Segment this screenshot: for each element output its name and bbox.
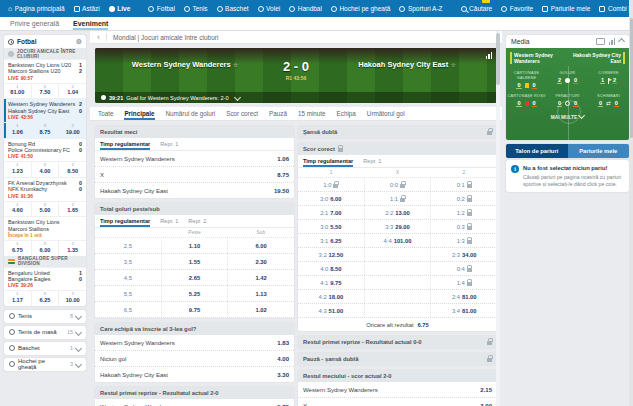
odds-button-2[interactable]: 21.35 [59, 241, 86, 256]
sidebar-sport-tenis-de-mas[interactable]: Tenis de masă15 [4, 326, 86, 339]
odds-button-x[interactable]: X8.75 [32, 123, 60, 138]
over-odds-button[interactable]: 5.25 [162, 286, 229, 301]
tab-eveniment[interactable]: Eveniment [73, 17, 108, 30]
selection-row[interactable]: Western Sydney Wanderers1.06 [95, 151, 294, 167]
tab-urm-torul-gol[interactable]: Următorul gol [367, 107, 405, 120]
nav-item-sporturi-a-z[interactable]: Sporturi A-Z [399, 5, 442, 12]
back-icon[interactable]: ‹ [97, 33, 100, 42]
selection-row[interactable]: Hakoah Sydney City East3.30 [95, 367, 294, 382]
selection-row[interactable]: X8.75 [95, 167, 294, 183]
under-odds-button[interactable]: 2.30 [228, 254, 294, 269]
selection-row[interactable]: Hakoah Sydney City East19.50 [95, 183, 294, 198]
tab-pauz[interactable]: Pauză [269, 107, 287, 120]
selection-row[interactable]: X3.00 [298, 398, 497, 406]
tab-toate[interactable]: Toate [98, 107, 113, 120]
sidebar-match-bengaluru-united[interactable]: Bengaluru United1Bangalore Eagles0LIVE39… [4, 267, 86, 306]
odds-button-2[interactable]: 21.65 [59, 202, 86, 217]
stats-icon[interactable] [486, 52, 493, 59]
nav-item-live[interactable]: Live [109, 5, 131, 12]
score-odds-button[interactable]: 2:06.00 [298, 192, 365, 205]
selection-row[interactable]: Niciun gol4.00 [95, 351, 294, 367]
nav-item-fotbal[interactable]: Fotbal [148, 5, 175, 12]
score-odds-button[interactable]: 3:481.00 [431, 304, 497, 317]
nav-item-c-utare[interactable]: Căutare [461, 5, 493, 12]
odds-button-1[interactable]: 14.60 [4, 202, 32, 217]
market-tab-repr-2[interactable]: Repr. 2 [188, 215, 206, 227]
odds-button-1[interactable]: 11.17 [4, 291, 32, 306]
score-odds-button[interactable]: 2:334.00 [431, 248, 497, 261]
nav-item-pariurile-mele[interactable]: Pariurile mele [542, 5, 590, 12]
odds-button-x[interactable]: X6.00 [32, 241, 60, 256]
sidebar-match-bankstown-city-lions-u20[interactable]: Bankstown City Lions U201Marconi Stallio… [4, 59, 86, 98]
tv-icon[interactable] [596, 38, 605, 45]
sidebar-sport-baschet[interactable]: Baschet1 [4, 342, 86, 355]
score-odds-button[interactable]: 2:213.00 [365, 206, 432, 219]
score-odds-button[interactable]: 4:218.00 [298, 290, 365, 303]
any-other-result-button[interactable]: Oricare alt rezultat6.75 [298, 318, 497, 331]
odds-button-x[interactable]: X4.00 [32, 162, 60, 177]
over-odds-button[interactable]: 2.65 [162, 270, 229, 285]
tab-principale[interactable]: Principale [124, 107, 154, 120]
stats-icon[interactable] [609, 38, 616, 45]
selection-row[interactable]: Western Sydney Wanderers1.83 [95, 335, 294, 351]
market-tab-repr-1[interactable]: Repr. 1 [363, 155, 381, 167]
under-odds-button[interactable]: 1.42 [228, 270, 294, 285]
nav-item-tenis[interactable]: Tenis [184, 5, 208, 12]
odds-button-2[interactable]: 219.00 [59, 123, 86, 138]
tab-talon-de-pariuri[interactable]: Talon de pariuri [506, 144, 568, 158]
sidebar-match-western-sydney-wanderers[interactable]: Western Sydney Wanderers2Hakoah Sydney C… [4, 98, 86, 137]
nav-item-combi-builder[interactable]: Combi Builder [599, 5, 633, 12]
score-odds-button[interactable]: 2:17.00 [298, 206, 365, 219]
odds-button-x[interactable]: X5.00 [32, 202, 60, 217]
nav-item-handbal[interactable]: Handbal [289, 5, 322, 12]
tab-15-minute[interactable]: 15 minute [298, 107, 326, 120]
nav-item-baschet[interactable]: Baschet [217, 5, 249, 12]
score-odds-button[interactable]: 4:19.75 [298, 276, 365, 289]
sidebar-match-fk-arsenal-dzyarzhynsk[interactable]: FK Arsenal Dzyarzhynsk0NFK Krumkachy0LIV… [4, 177, 86, 216]
over-odds-button[interactable]: 1.10 [162, 238, 229, 253]
market-tab-timp-regulamentar[interactable]: Timp regulamentar [303, 155, 353, 167]
odds-button-2[interactable]: 21.04 [59, 84, 86, 99]
sidebar-match-bankstown-city-lions[interactable]: Bankstown City LionsMarconi StallionsÎnc… [4, 216, 86, 255]
league-header-bangalore-super-division[interactable]: BANGALORE SUPER DIVISION [4, 256, 86, 267]
market-header[interactable]: Restul primei reprize - Rezultatul actua… [298, 336, 497, 348]
market-header[interactable]: Șansă dublă [298, 126, 497, 138]
breadcrumb-path[interactable]: Mondial | Jocuri amicale între cluburi [113, 34, 218, 41]
score-odds-button[interactable]: 3:16.25 [298, 234, 365, 247]
tab-pariurile-mele[interactable]: Pariurile mele [568, 144, 630, 158]
score-odds-button[interactable]: 4:351.00 [298, 304, 365, 317]
score-odds-button[interactable]: 3:329.00 [365, 220, 432, 233]
tab-num-rul-de-goluri[interactable]: Numărul de goluri [166, 107, 216, 120]
odds-button-x[interactable]: X7.50 [32, 84, 60, 99]
favorite-star-icon[interactable]: ☆ [450, 62, 455, 68]
nav-item-favorite[interactable]: Favorite [501, 5, 533, 12]
nav-item-hochei-pe-ghea[interactable]: Hochei pe gheață [331, 5, 390, 12]
odds-button-2[interactable]: 210.00 [59, 291, 86, 306]
market-tab-timp-regulamentar[interactable]: Timp regulamentar [100, 215, 150, 227]
odds-button-2[interactable]: 28.50 [59, 162, 86, 177]
main-scrollbar[interactable] [496, 31, 500, 406]
gear-icon[interactable]: ⚙ [76, 38, 82, 45]
sidebar-sport-tenis[interactable]: Tenis8 [4, 310, 86, 323]
market-tab-repr-1[interactable]: Repr. 1 [160, 138, 178, 150]
score-odds-button[interactable]: 4:08.50 [298, 262, 365, 275]
odds-button-1[interactable]: 181.00 [4, 84, 32, 99]
chevron-up-icon[interactable] [618, 38, 625, 45]
over-odds-button[interactable]: 9.75 [162, 302, 229, 317]
tab-echipa[interactable]: Echipa [337, 107, 356, 120]
market-tab-repr-1[interactable]: Repr. 1 [160, 215, 178, 227]
odds-button-1[interactable]: 16.75 [4, 241, 32, 256]
under-odds-button[interactable]: 1.02 [228, 302, 294, 317]
over-odds-button[interactable]: 1.55 [162, 254, 229, 269]
selection-row[interactable]: Western Sydney Wanderers5.75 [95, 399, 294, 406]
score-odds-button[interactable]: 3:212.50 [298, 248, 365, 261]
odds-button-1[interactable]: 11.23 [4, 162, 32, 177]
score-odds-button[interactable]: 3:05.50 [298, 220, 365, 233]
more-stats-link[interactable]: MAI MULTE [506, 113, 629, 120]
banner-event-strip[interactable]: 39:21 Goal for Western Sydney Wanderers:… [95, 92, 497, 103]
odds-button-1[interactable]: 11.06 [4, 123, 32, 138]
tab-scor-corect[interactable]: Scor corect [226, 107, 258, 120]
sidebar-sport-hochei-pe-ghea[interactable]: Hochei pe gheață3 [4, 358, 86, 371]
market-header[interactable]: Pauză - șansă dublă [298, 353, 497, 365]
tab-privire-generala[interactable]: Privire generală [10, 17, 59, 30]
